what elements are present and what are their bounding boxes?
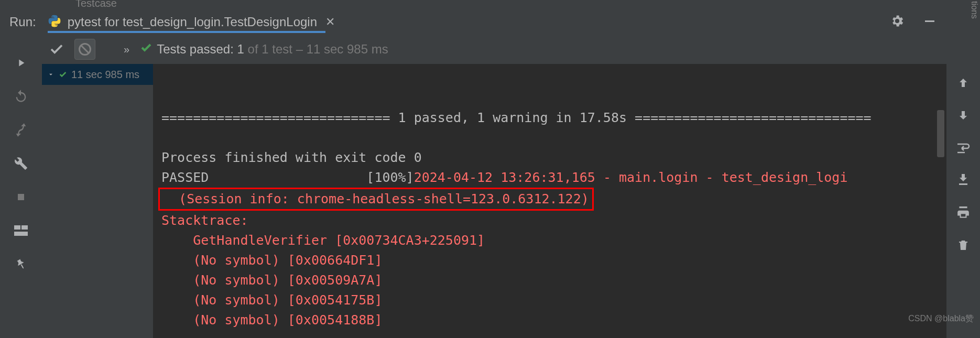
test-duration: 11 sec 985 ms bbox=[71, 69, 139, 81]
console-trace-line: (No symbol) [0x00509A7A] bbox=[161, 272, 382, 288]
down-arrow-icon[interactable] bbox=[954, 106, 973, 125]
svg-rect-4 bbox=[925, 20, 934, 22]
console-trace-line: (No symbol) [0x0054175B] bbox=[161, 292, 382, 308]
trash-icon[interactable] bbox=[954, 236, 973, 255]
expand-chevrons[interactable]: » bbox=[124, 43, 129, 56]
console-stacktrace-label: Stacktrace: bbox=[161, 213, 248, 228]
console-trace-line: GetHandleVerifier [0x00734CA3+225091] bbox=[161, 233, 485, 248]
svg-rect-3 bbox=[14, 232, 28, 236]
print-icon[interactable] bbox=[954, 203, 973, 222]
close-tab-icon[interactable]: ✕ bbox=[325, 15, 335, 29]
svg-line-6 bbox=[81, 46, 89, 53]
chevron-down-icon bbox=[47, 71, 55, 78]
svg-rect-1 bbox=[14, 225, 20, 230]
svg-rect-2 bbox=[21, 225, 28, 230]
watermark-text: CSDN @blabla赞 bbox=[908, 313, 974, 324]
settings-gear-icon[interactable] bbox=[890, 14, 905, 30]
rerun-failed-button[interactable] bbox=[12, 121, 30, 139]
console-passed: PASSED [100%]2024-04-12 13:26:31,165 - m… bbox=[161, 170, 847, 185]
up-arrow-icon[interactable] bbox=[954, 73, 973, 92]
tests-passed-count: 1 bbox=[237, 42, 244, 56]
green-check-icon bbox=[140, 41, 153, 57]
wrench-button[interactable] bbox=[12, 154, 30, 173]
pin-button[interactable] bbox=[12, 255, 30, 274]
minimize-icon[interactable] bbox=[923, 15, 936, 29]
python-icon bbox=[48, 14, 61, 30]
soft-wrap-icon[interactable] bbox=[954, 138, 973, 157]
truncated-top-text: Testcase bbox=[42, 0, 946, 9]
layout-button[interactable] bbox=[12, 221, 30, 240]
run-panel-label: Run: bbox=[9, 15, 36, 29]
side-vertical-text: tions bbox=[970, 0, 979, 19]
stop-button[interactable] bbox=[12, 188, 30, 206]
scrollbar-thumb[interactable] bbox=[937, 110, 944, 157]
console-separator: ============================= 1 passed, … bbox=[161, 110, 872, 125]
console-process-finished: Process finished with exit code 0 bbox=[161, 150, 422, 165]
tests-passed-status: Tests passed: 1 of 1 test – 11 sec 985 m… bbox=[140, 41, 388, 57]
console-trace-line: (No symbol) [0x0054188B] bbox=[161, 312, 382, 328]
console-output[interactable]: ============================= 1 passed, … bbox=[153, 64, 946, 338]
scroll-to-end-icon[interactable] bbox=[954, 171, 973, 190]
debug-rerun-button[interactable] bbox=[12, 87, 30, 106]
tests-passed-suffix: of 1 test – 11 sec 985 ms bbox=[244, 42, 388, 56]
tests-passed-prefix: Tests passed: bbox=[157, 42, 237, 56]
run-tab-title[interactable]: pytest for test_design_login.TestDesignL… bbox=[68, 15, 317, 29]
test-pass-icon bbox=[59, 70, 67, 79]
svg-rect-0 bbox=[18, 194, 24, 200]
run-button[interactable] bbox=[12, 53, 30, 72]
test-tree-root[interactable]: 11 sec 985 ms bbox=[42, 64, 153, 85]
console-trace-line: (No symbol) [0x00664DF1] bbox=[161, 253, 382, 268]
disabled-filter-icon[interactable] bbox=[74, 39, 95, 60]
console-session-info: (Session info: chrome-headless-shell=123… bbox=[158, 188, 594, 211]
check-icon[interactable] bbox=[46, 39, 67, 60]
